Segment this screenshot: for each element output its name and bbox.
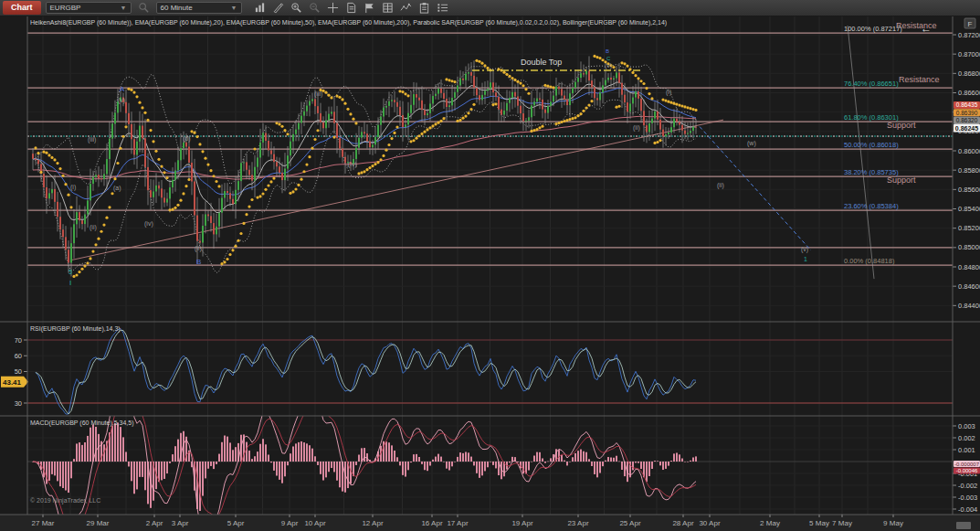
interval-selector[interactable]: 60 Minute ▼ — [156, 2, 242, 14]
svg-text:(v): (v) — [801, 246, 808, 253]
svg-text:F: F — [968, 20, 973, 28]
svg-text:0.86000: 0.86000 — [958, 147, 980, 155]
svg-text:0.003: 0.003 — [958, 422, 975, 430]
svg-text:(v): (v) — [605, 62, 612, 69]
chevron-down-icon: ▼ — [231, 5, 237, 11]
instrument-search-icon[interactable] — [136, 1, 152, 15]
price-badges: 0.864350.863900.863200.86245 — [954, 101, 980, 133]
drawing-tools-icon[interactable] — [270, 1, 286, 15]
svg-text:(iii): (iii) — [314, 90, 322, 98]
svg-text:-0.002: -0.002 — [958, 482, 977, 490]
svg-text:100.00% (0.87217): 100.00% (0.87217) — [844, 25, 902, 33]
svg-text:-0.003: -0.003 — [958, 494, 977, 502]
interval-value: 60 Minute — [161, 4, 193, 12]
svg-text:0.87000: 0.87000 — [958, 50, 980, 58]
svg-text:1: 1 — [804, 256, 807, 262]
svg-text:Support: Support — [887, 121, 916, 130]
svg-text:5 May: 5 May — [809, 519, 829, 527]
svg-text:(b): (b) — [183, 135, 191, 143]
svg-text:23.60% (0.85384): 23.60% (0.85384) — [844, 202, 899, 210]
chart-tab[interactable]: Chart — [3, 1, 41, 15]
svg-text:(ii): (ii) — [717, 182, 724, 189]
svg-text:(ii): (ii) — [195, 245, 202, 252]
svg-text:10 Apr: 10 Apr — [304, 519, 325, 527]
svg-text:(i): (i) — [666, 89, 671, 96]
svg-text:9 May: 9 May — [883, 519, 903, 527]
svg-text:0.85200: 0.85200 — [958, 224, 980, 232]
svg-text:0.001: 0.001 — [958, 446, 975, 454]
svg-text:0.84800: 0.84800 — [958, 263, 980, 271]
svg-text:0.85400: 0.85400 — [958, 205, 980, 213]
instrument-value: EURGBP — [50, 4, 81, 12]
svg-text:2 Apr: 2 Apr — [146, 519, 163, 527]
svg-text:Resistance: Resistance — [899, 75, 940, 84]
svg-text:50.00% (0.86018): 50.00% (0.86018) — [844, 141, 899, 149]
svg-text:Support: Support — [887, 175, 916, 185]
svg-text:(ii): (ii) — [90, 224, 97, 231]
svg-text:0.85600: 0.85600 — [958, 186, 980, 194]
svg-text:0.85000: 0.85000 — [958, 243, 980, 251]
svg-text:B: B — [196, 258, 201, 266]
chart-trader-icon[interactable] — [380, 1, 395, 15]
svg-text:0.86800: 0.86800 — [958, 69, 980, 78]
svg-text:29 Mar: 29 Mar — [87, 519, 110, 527]
svg-text:(i): (i) — [70, 184, 76, 191]
svg-text:9 Apr: 9 Apr — [281, 519, 299, 527]
svg-text:-0.004: -0.004 — [958, 505, 977, 514]
focus-button[interactable]: F — [964, 18, 975, 28]
svg-text:60: 60 — [15, 352, 22, 360]
objects-icon[interactable] — [435, 1, 450, 15]
svg-text:0.84600: 0.84600 — [958, 282, 980, 291]
toolbar: Chart EURGBP ▼ 60 Minute ▼ — [0, 0, 980, 16]
svg-text:(iv): (iv) — [348, 161, 357, 168]
svg-text:0.002: 0.002 — [958, 434, 975, 442]
scroll-grip[interactable] — [956, 522, 971, 529]
zoom-in-icon[interactable] — [289, 1, 304, 15]
svg-text:3 Apr: 3 Apr — [172, 519, 189, 527]
svg-text:0.86435: 0.86435 — [956, 101, 978, 108]
svg-text:5: 5 — [68, 269, 72, 275]
svg-text:0.84400: 0.84400 — [958, 302, 980, 310]
svg-text:50: 50 — [15, 367, 22, 376]
svg-text:0.00% (0.84818): 0.00% (0.84818) — [844, 257, 895, 265]
svg-text:76.40% (0.86651): 76.40% (0.86651) — [844, 80, 899, 88]
chevron-down-icon: ▼ — [121, 5, 127, 11]
zoom-out-icon[interactable] — [307, 1, 322, 15]
svg-text:23 Apr: 23 Apr — [567, 519, 588, 527]
svg-text:(ii): (ii) — [633, 124, 640, 132]
instrument-selector[interactable]: EURGBP ▼ — [46, 2, 132, 14]
crosshair-icon[interactable] — [325, 1, 341, 15]
svg-text:38.20% (0.85735): 38.20% (0.85735) — [844, 168, 899, 176]
svg-text:0.86600: 0.86600 — [958, 89, 980, 97]
svg-text:-0.000007: -0.000007 — [954, 462, 980, 467]
svg-text:(iii): (iii) — [88, 136, 96, 143]
svg-text:(iv): (iv) — [144, 220, 153, 228]
svg-text:(a): (a) — [113, 185, 121, 192]
svg-text:Double Top: Double Top — [521, 58, 562, 67]
macd-value-badges: -0.000007-0.00046 — [954, 461, 980, 474]
svg-text:(v): (v) — [118, 97, 125, 104]
svg-text:12 Apr: 12 Apr — [362, 519, 383, 527]
svg-text:C: C — [606, 56, 611, 61]
svg-text:0.85800: 0.85800 — [958, 166, 980, 175]
svg-text:17 Apr: 17 Apr — [447, 519, 468, 527]
svg-text:7 May: 7 May — [832, 519, 852, 527]
svg-text:30 Apr: 30 Apr — [699, 519, 720, 527]
svg-text:I: I — [69, 279, 71, 287]
svg-text:-0.00046: -0.00046 — [956, 468, 978, 473]
chart-canvas[interactable]: 0.872000.870000.868000.866000.864000.862… — [0, 0, 980, 531]
svg-text:5 Apr: 5 Apr — [227, 519, 245, 527]
properties-icon[interactable] — [416, 1, 432, 15]
data-series-icon[interactable] — [343, 1, 359, 15]
svg-text:0.86390: 0.86390 — [956, 110, 978, 116]
svg-text:43.41: 43.41 — [3, 378, 22, 387]
chart-style-icon[interactable] — [252, 1, 268, 15]
alerts-icon[interactable] — [362, 1, 377, 15]
toolbar-icon-group — [252, 1, 450, 15]
rsi-value-badge: 43.41 — [1, 377, 28, 388]
svg-text:(w): (w) — [747, 140, 756, 147]
svg-text:A: A — [120, 85, 125, 93]
indicators-icon[interactable] — [398, 1, 414, 15]
svg-text:61.80% (0.86301): 61.80% (0.86301) — [844, 113, 899, 122]
svg-text:0.86245: 0.86245 — [955, 125, 978, 132]
